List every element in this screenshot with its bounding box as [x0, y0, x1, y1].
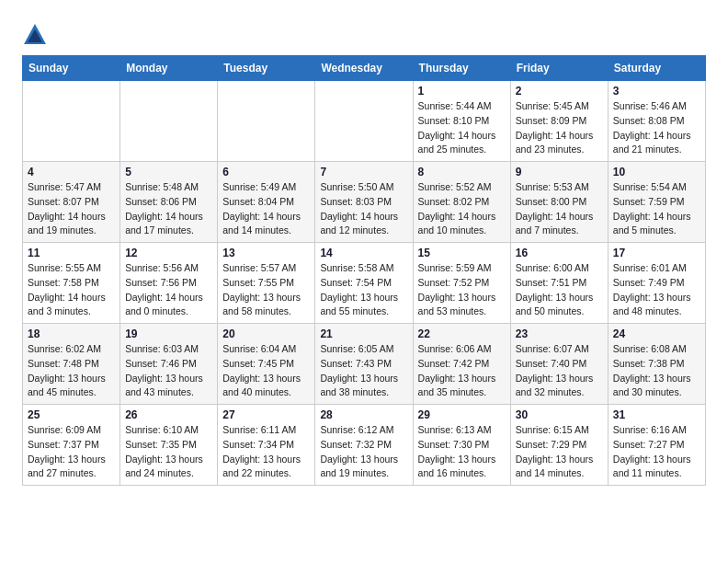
day-number: 6: [222, 166, 310, 178]
calendar-cell: 1Sunrise: 5:44 AMSunset: 8:10 PMDaylight…: [413, 81, 510, 162]
weekday-header-saturday: Saturday: [608, 56, 705, 81]
day-number: 19: [125, 327, 212, 340]
weekday-header-monday: Monday: [120, 56, 218, 81]
day-info: Sunrise: 6:11 AMSunset: 7:34 PMDaylight:…: [222, 423, 310, 481]
day-info: Sunrise: 6:02 AMSunset: 7:48 PMDaylight:…: [28, 342, 115, 400]
day-number: 28: [320, 408, 407, 421]
day-number: 23: [516, 327, 603, 340]
day-number: 22: [418, 327, 506, 340]
calendar-cell: 19Sunrise: 6:03 AMSunset: 7:46 PMDayligh…: [120, 324, 218, 405]
logo-icon: [22, 22, 48, 48]
day-info: Sunrise: 6:01 AMSunset: 7:49 PMDaylight:…: [613, 261, 700, 319]
calendar-cell: 20Sunrise: 6:04 AMSunset: 7:45 PMDayligh…: [218, 324, 315, 405]
day-number: 26: [125, 408, 212, 421]
calendar-cell: 28Sunrise: 6:12 AMSunset: 7:32 PMDayligh…: [315, 405, 413, 486]
day-info: Sunrise: 6:09 AMSunset: 7:37 PMDaylight:…: [28, 423, 115, 481]
day-info: Sunrise: 6:12 AMSunset: 7:32 PMDaylight:…: [320, 423, 407, 481]
calendar-cell: 30Sunrise: 6:15 AMSunset: 7:29 PMDayligh…: [510, 405, 608, 486]
day-number: 7: [320, 166, 407, 178]
calendar-week-row: 1Sunrise: 5:44 AMSunset: 8:10 PMDaylight…: [23, 81, 706, 162]
day-info: Sunrise: 5:58 AMSunset: 7:54 PMDaylight:…: [320, 261, 407, 319]
day-number: 20: [222, 327, 310, 340]
calendar-cell: [218, 81, 315, 162]
calendar-cell: 4Sunrise: 5:47 AMSunset: 8:07 PMDaylight…: [23, 162, 120, 243]
day-number: 9: [516, 166, 603, 178]
calendar-cell: 18Sunrise: 6:02 AMSunset: 7:48 PMDayligh…: [23, 324, 120, 405]
day-number: 30: [516, 408, 603, 421]
calendar-cell: [120, 81, 218, 162]
calendar-cell: 23Sunrise: 6:07 AMSunset: 7:40 PMDayligh…: [510, 324, 608, 405]
calendar-cell: 31Sunrise: 6:16 AMSunset: 7:27 PMDayligh…: [608, 405, 705, 486]
calendar-cell: 9Sunrise: 5:53 AMSunset: 8:00 PMDaylight…: [510, 162, 608, 243]
calendar-cell: 7Sunrise: 5:50 AMSunset: 8:03 PMDaylight…: [315, 162, 413, 243]
calendar-cell: 8Sunrise: 5:52 AMSunset: 8:02 PMDaylight…: [413, 162, 510, 243]
weekday-header-row: SundayMondayTuesdayWednesdayThursdayFrid…: [23, 56, 706, 81]
day-number: 13: [222, 247, 310, 259]
day-info: Sunrise: 6:03 AMSunset: 7:46 PMDaylight:…: [125, 342, 212, 400]
day-info: Sunrise: 5:54 AMSunset: 7:59 PMDaylight:…: [613, 180, 700, 238]
day-info: Sunrise: 6:15 AMSunset: 7:29 PMDaylight:…: [516, 423, 603, 481]
calendar-cell: 15Sunrise: 5:59 AMSunset: 7:52 PMDayligh…: [413, 243, 510, 324]
calendar-cell: 16Sunrise: 6:00 AMSunset: 7:51 PMDayligh…: [510, 243, 608, 324]
calendar-cell: [23, 81, 120, 162]
calendar-cell: 14Sunrise: 5:58 AMSunset: 7:54 PMDayligh…: [315, 243, 413, 324]
day-info: Sunrise: 5:55 AMSunset: 7:58 PMDaylight:…: [28, 261, 115, 319]
day-number: 12: [125, 247, 212, 259]
day-info: Sunrise: 5:52 AMSunset: 8:02 PMDaylight:…: [418, 180, 506, 238]
day-info: Sunrise: 6:00 AMSunset: 7:51 PMDaylight:…: [516, 261, 603, 319]
weekday-header-tuesday: Tuesday: [218, 56, 315, 81]
calendar-cell: 24Sunrise: 6:08 AMSunset: 7:38 PMDayligh…: [608, 324, 705, 405]
day-number: 29: [418, 408, 506, 421]
day-info: Sunrise: 5:56 AMSunset: 7:56 PMDaylight:…: [125, 261, 212, 319]
day-info: Sunrise: 5:45 AMSunset: 8:09 PMDaylight:…: [516, 99, 603, 157]
calendar-cell: 13Sunrise: 5:57 AMSunset: 7:55 PMDayligh…: [218, 243, 315, 324]
day-info: Sunrise: 6:16 AMSunset: 7:27 PMDaylight:…: [613, 423, 700, 481]
day-number: 18: [28, 327, 115, 340]
day-info: Sunrise: 6:06 AMSunset: 7:42 PMDaylight:…: [418, 342, 506, 400]
weekday-header-friday: Friday: [510, 56, 608, 81]
calendar-week-row: 25Sunrise: 6:09 AMSunset: 7:37 PMDayligh…: [23, 405, 706, 486]
day-info: Sunrise: 5:48 AMSunset: 8:06 PMDaylight:…: [125, 180, 212, 238]
calendar-header: SundayMondayTuesdayWednesdayThursdayFrid…: [23, 56, 706, 81]
calendar-cell: 25Sunrise: 6:09 AMSunset: 7:37 PMDayligh…: [23, 405, 120, 486]
calendar-week-row: 18Sunrise: 6:02 AMSunset: 7:48 PMDayligh…: [23, 324, 706, 405]
calendar-cell: 3Sunrise: 5:46 AMSunset: 8:08 PMDaylight…: [608, 81, 705, 162]
page-header: [22, 18, 706, 48]
day-info: Sunrise: 5:47 AMSunset: 8:07 PMDaylight:…: [28, 180, 115, 238]
day-number: 14: [320, 247, 407, 259]
day-number: 24: [613, 327, 700, 340]
calendar-body: 1Sunrise: 5:44 AMSunset: 8:10 PMDaylight…: [23, 81, 706, 486]
day-number: 17: [613, 247, 700, 259]
day-info: Sunrise: 5:49 AMSunset: 8:04 PMDaylight:…: [222, 180, 310, 238]
day-number: 21: [320, 327, 407, 340]
calendar-week-row: 4Sunrise: 5:47 AMSunset: 8:07 PMDaylight…: [23, 162, 706, 243]
day-info: Sunrise: 6:13 AMSunset: 7:30 PMDaylight:…: [418, 423, 506, 481]
day-number: 1: [418, 85, 506, 98]
calendar-cell: 11Sunrise: 5:55 AMSunset: 7:58 PMDayligh…: [23, 243, 120, 324]
day-info: Sunrise: 6:04 AMSunset: 7:45 PMDaylight:…: [222, 342, 310, 400]
day-info: Sunrise: 5:44 AMSunset: 8:10 PMDaylight:…: [418, 99, 506, 157]
calendar-cell: 17Sunrise: 6:01 AMSunset: 7:49 PMDayligh…: [608, 243, 705, 324]
weekday-header-sunday: Sunday: [23, 56, 120, 81]
day-info: Sunrise: 5:53 AMSunset: 8:00 PMDaylight:…: [516, 180, 603, 238]
day-number: 4: [28, 166, 115, 178]
calendar-cell: 22Sunrise: 6:06 AMSunset: 7:42 PMDayligh…: [413, 324, 510, 405]
day-number: 11: [28, 247, 115, 259]
day-info: Sunrise: 6:05 AMSunset: 7:43 PMDaylight:…: [320, 342, 407, 400]
day-number: 16: [516, 247, 603, 259]
day-number: 31: [613, 408, 700, 421]
calendar-cell: 6Sunrise: 5:49 AMSunset: 8:04 PMDaylight…: [218, 162, 315, 243]
day-info: Sunrise: 5:50 AMSunset: 8:03 PMDaylight:…: [320, 180, 407, 238]
calendar-table: SundayMondayTuesdayWednesdayThursdayFrid…: [22, 55, 706, 486]
calendar-cell: 21Sunrise: 6:05 AMSunset: 7:43 PMDayligh…: [315, 324, 413, 405]
day-number: 25: [28, 408, 115, 421]
day-info: Sunrise: 6:10 AMSunset: 7:35 PMDaylight:…: [125, 423, 212, 481]
day-info: Sunrise: 5:59 AMSunset: 7:52 PMDaylight:…: [418, 261, 506, 319]
day-info: Sunrise: 5:57 AMSunset: 7:55 PMDaylight:…: [222, 261, 310, 319]
calendar-cell: 10Sunrise: 5:54 AMSunset: 7:59 PMDayligh…: [608, 162, 705, 243]
day-number: 3: [613, 85, 700, 98]
calendar-cell: 2Sunrise: 5:45 AMSunset: 8:09 PMDaylight…: [510, 81, 608, 162]
calendar-week-row: 11Sunrise: 5:55 AMSunset: 7:58 PMDayligh…: [23, 243, 706, 324]
logo: [22, 22, 51, 48]
day-number: 5: [125, 166, 212, 178]
